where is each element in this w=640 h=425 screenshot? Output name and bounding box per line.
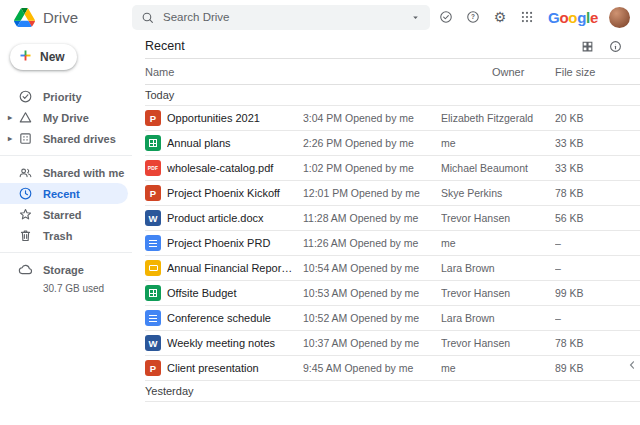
expand-arrow-icon[interactable]: ▸ (8, 134, 18, 143)
file-name: Offsite Budget (167, 287, 303, 299)
search-input[interactable]: Search Drive (163, 11, 401, 23)
file-name: Annual Financial Report 2020 (167, 262, 303, 274)
sidebar-item-shared-drives[interactable]: ▸Shared drives (0, 128, 128, 149)
file-row[interactable]: Offsite Budget10:53 AM Opened by meTrevo… (145, 281, 640, 306)
content-layout: New Priority▸My Drive▸Shared drivesShare… (0, 34, 640, 425)
sidebar-item-label: Trash (43, 230, 72, 242)
file-activity: 11:26 AM Opened by me (303, 237, 441, 249)
search-bar[interactable]: Search Drive (132, 5, 430, 30)
file-owner: me (441, 137, 555, 149)
sidebar-item-starred[interactable]: Starred (0, 204, 128, 225)
sidebar-item-shared-with-me[interactable]: Shared with me (0, 162, 128, 183)
file-size: 20 KB (555, 112, 622, 124)
drive-brand[interactable]: Drive (14, 8, 132, 27)
main-toolbar: Recent (145, 34, 640, 59)
file-type-docs-icon (145, 235, 161, 251)
new-button-label: New (40, 50, 65, 64)
file-owner: Lara Brown (441, 312, 555, 324)
file-activity: 12:01 PM Opened by me (303, 187, 441, 199)
app-name: Drive (43, 9, 78, 26)
svg-text:?: ? (471, 13, 475, 20)
section-label-yesterday: Yesterday (145, 381, 640, 402)
file-size: – (555, 312, 622, 324)
table-header: Name Owner File size (145, 59, 640, 85)
file-name: Project Phoenix Kickoff (167, 187, 303, 199)
file-type-word-icon: W (145, 335, 161, 351)
sidebar-item-my-drive[interactable]: ▸My Drive (0, 107, 128, 128)
main-content: Recent Name Owner File size TodayPOpport… (132, 34, 640, 425)
file-owner: Trevor Hansen (441, 212, 555, 224)
file-row[interactable]: PDFwholesale-catalog.pdf1:02 PM Opened b… (145, 156, 640, 181)
file-row[interactable]: WWeekly meeting notes10:37 AM Opened by … (145, 331, 640, 356)
file-row[interactable]: PProject Phoenix Kickoff12:01 PM Opened … (145, 181, 640, 206)
topbar: Drive Search Drive ? ⚙ Google (0, 0, 640, 34)
search-options-caret-icon[interactable] (410, 12, 421, 23)
sidebar-item-label: Recent (43, 188, 80, 200)
column-size[interactable]: File size (555, 66, 622, 78)
file-name: Client presentation (167, 362, 303, 374)
priority-icon (18, 89, 33, 104)
sidebar-item-trash[interactable]: Trash (0, 225, 128, 246)
file-activity: 10:37 AM Opened by me (303, 337, 441, 349)
file-size: 99 KB (555, 287, 622, 299)
google-wordmark: Google (548, 9, 598, 26)
sidebar-item-storage[interactable]: Storage (0, 259, 128, 280)
file-name: Conference schedule (167, 312, 303, 324)
file-row[interactable]: WProduct article.docx11:28 AM Opened by … (145, 206, 640, 231)
settings-gear-icon[interactable]: ⚙ (492, 9, 508, 25)
topbar-actions: ? ⚙ Google (438, 7, 630, 28)
file-name: wholesale-catalog.pdf (167, 162, 303, 174)
google-drive-app: Drive Search Drive ? ⚙ Google New Priori… (0, 0, 640, 425)
search-icon[interactable] (141, 11, 154, 24)
file-name: Annual plans (167, 137, 303, 149)
chevron-left-icon[interactable] (625, 358, 639, 372)
sidebar-divider (0, 252, 132, 253)
offline-status-icon[interactable] (438, 9, 454, 25)
starred-icon (18, 207, 33, 222)
file-size: 33 KB (555, 137, 622, 149)
section-label-today: Today (145, 85, 640, 106)
file-activity: 1:02 PM Opened by me (303, 162, 441, 174)
storage-used: 30.7 GB used (0, 283, 132, 294)
sidebar-item-recent[interactable]: Recent (0, 183, 128, 204)
help-icon[interactable]: ? (465, 9, 481, 25)
storage-icon (18, 262, 33, 277)
file-row[interactable]: PClient presentation9:45 AM Opened by me… (145, 356, 640, 381)
sidebar-item-label: Storage (43, 264, 84, 276)
file-name: Weekly meeting notes (167, 337, 303, 349)
file-owner: Elizabeth Fitzgerald (441, 112, 555, 124)
file-type-powerpoint-icon: P (145, 110, 161, 126)
file-row[interactable]: Project Phoenix PRD11:26 AM Opened by me… (145, 231, 640, 256)
file-activity: 3:04 PM Opened by me (303, 112, 441, 124)
sidebar-item-label: Priority (43, 91, 82, 103)
sidebar-item-label: Shared with me (43, 167, 124, 179)
column-name[interactable]: Name (145, 66, 303, 78)
file-type-sheets-icon (145, 135, 161, 151)
file-table-body: TodayPOpportunities 20213:04 PM Opened b… (145, 85, 640, 402)
file-activity: 10:54 AM Opened by me (303, 262, 441, 274)
file-owner: Lara Brown (441, 262, 555, 274)
file-owner: me (441, 237, 555, 249)
column-owner[interactable]: Owner (441, 66, 555, 78)
file-name: Opportunities 2021 (167, 112, 303, 124)
file-row[interactable]: Conference schedule10:52 AM Opened by me… (145, 306, 640, 331)
file-size: 89 KB (555, 362, 622, 374)
sidebar-item-priority[interactable]: Priority (0, 86, 128, 107)
file-owner: Trevor Hansen (441, 337, 555, 349)
file-row[interactable]: Annual Financial Report 202010:54 AM Ope… (145, 256, 640, 281)
new-button[interactable]: New (10, 44, 77, 70)
file-name: Product article.docx (167, 212, 303, 224)
sidebar-item-label: Shared drives (43, 133, 116, 145)
file-row[interactable]: Annual plans2:26 PM Opened by meme33 KB (145, 131, 640, 156)
expand-arrow-icon[interactable]: ▸ (8, 113, 18, 122)
file-row[interactable]: POpportunities 20213:04 PM Opened by meE… (145, 106, 640, 131)
my-drive-icon (18, 110, 33, 125)
account-avatar[interactable] (609, 7, 630, 28)
file-owner: Michael Beaumont (441, 162, 555, 174)
file-owner: me (441, 362, 555, 374)
file-type-word-icon: W (145, 210, 161, 226)
apps-grid-icon[interactable] (519, 9, 535, 25)
grid-view-toggle-icon[interactable] (581, 40, 594, 53)
file-type-powerpoint-icon: P (145, 360, 161, 376)
details-info-icon[interactable] (609, 40, 622, 53)
